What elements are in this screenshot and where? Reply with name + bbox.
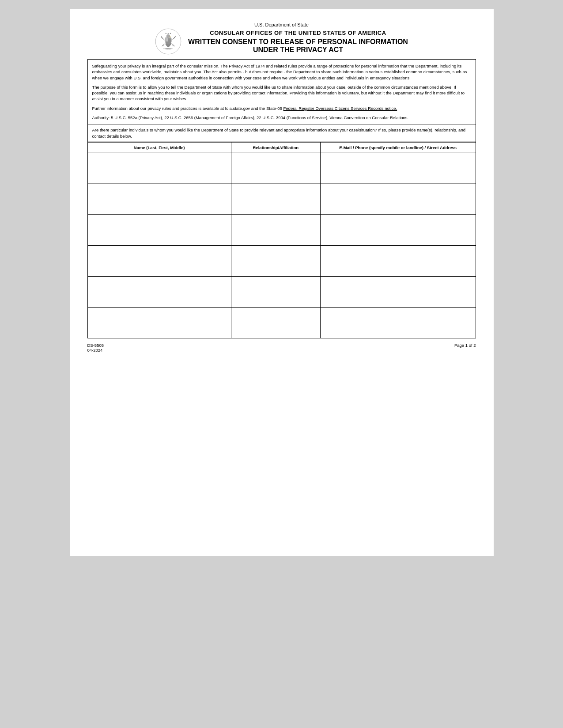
relationship-cell-1[interactable] — [231, 153, 320, 184]
name-cell-3[interactable] — [87, 214, 231, 245]
form-title-2: UNDER THE PRIVACY ACT — [188, 46, 408, 54]
relationship-cell-4[interactable] — [231, 245, 320, 276]
intro-para4: Authority: 5 U.S.C. 552a (Privacy Act), … — [92, 115, 471, 120]
svg-text:★ ★ ★: ★ ★ ★ — [165, 33, 171, 34]
relationship-cell-6[interactable] — [231, 307, 320, 338]
consular-name: CONSULAR OFFICES OF THE UNITED STATES OF… — [188, 30, 408, 36]
relationship-cell-2[interactable] — [231, 184, 320, 214]
records-notice-link[interactable]: Federal Register Overseas Citizens Servi… — [283, 106, 397, 111]
table-row — [87, 307, 476, 338]
form-number: DS-5505 — [87, 343, 104, 348]
contacts-table: Name (Last, First, Middle) Relationship/… — [87, 142, 476, 338]
name-cell-5[interactable] — [87, 276, 231, 307]
footer-page: Page 1 of 2 — [454, 343, 476, 353]
seal-icon: ★ ★ ★ E PLURIBUS UNUM — [155, 28, 181, 55]
svg-text:E PLURIBUS UNUM: E PLURIBUS UNUM — [163, 48, 173, 49]
name-cell-2[interactable] — [87, 184, 231, 214]
name-cell-6[interactable] — [87, 307, 231, 338]
table-row — [87, 276, 476, 307]
question-box: Are there particular individuals to whom… — [87, 124, 476, 142]
intro-para3: Further information about our privacy ru… — [92, 105, 471, 111]
intro-box: Safeguarding your privacy is an integral… — [87, 59, 476, 124]
intro-para2: The purpose of this form is to allow you… — [92, 84, 471, 102]
dept-name: U.S. Department of State — [87, 22, 476, 27]
eagle-seal-svg: ★ ★ ★ E PLURIBUS UNUM — [155, 28, 181, 55]
header-top: ★ ★ ★ E PLURIBUS UNUM CONSULAR OFFICES O… — [87, 28, 476, 55]
document-page: U.S. Department of State — [70, 9, 494, 556]
contact-cell-4[interactable] — [320, 245, 476, 276]
col-header-relationship: Relationship/Affiliation — [231, 142, 320, 153]
contact-cell-2[interactable] — [320, 184, 476, 214]
relationship-cell-3[interactable] — [231, 214, 320, 245]
question-text: Are there particular individuals to whom… — [92, 128, 465, 138]
table-row — [87, 245, 476, 276]
footer-form-info: DS-5505 04-2024 — [87, 343, 104, 353]
name-cell-1[interactable] — [87, 153, 231, 184]
svg-point-5 — [166, 34, 170, 38]
form-title-1: WRITTEN CONSENT TO RELEASE OF PERSONAL I… — [188, 38, 408, 46]
intro-para1: Safeguarding your privacy is an integral… — [92, 63, 471, 81]
relationship-cell-5[interactable] — [231, 276, 320, 307]
intro-para3-pre: Further information about our privacy ru… — [92, 106, 283, 111]
contact-cell-6[interactable] — [320, 307, 476, 338]
table-row — [87, 153, 476, 184]
col-header-name: Name (Last, First, Middle) — [87, 142, 231, 153]
form-date: 04-2024 — [87, 348, 104, 353]
contact-cell-1[interactable] — [320, 153, 476, 184]
name-cell-4[interactable] — [87, 245, 231, 276]
table-row — [87, 214, 476, 245]
col-header-contact: E-Mail / Phone (specify mobile or landli… — [320, 142, 476, 153]
table-row — [87, 184, 476, 214]
header-titles: CONSULAR OFFICES OF THE UNITED STATES OF… — [188, 30, 408, 54]
document-header: U.S. Department of State — [87, 22, 476, 55]
contact-cell-3[interactable] — [320, 214, 476, 245]
contact-cell-5[interactable] — [320, 276, 476, 307]
document-footer: DS-5505 04-2024 Page 1 of 2 — [87, 343, 476, 353]
